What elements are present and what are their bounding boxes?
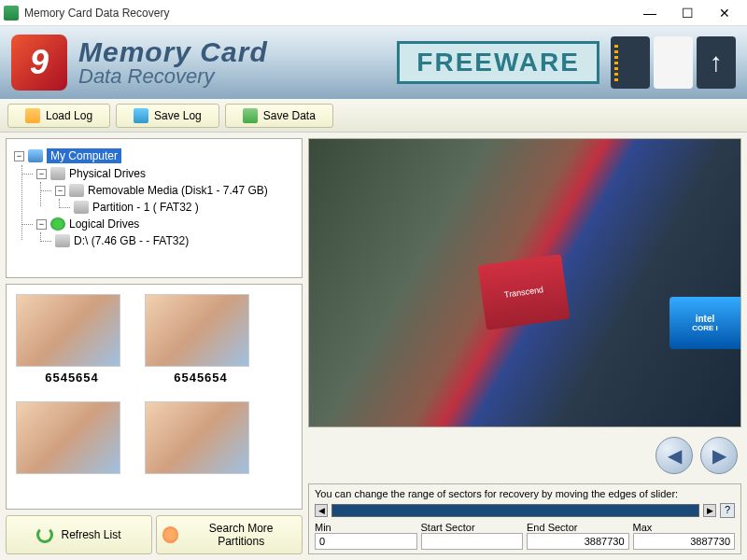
sd-card-graphic: Transcend <box>477 254 570 330</box>
refresh-list-button[interactable]: Refresh List <box>6 515 152 554</box>
max-label: Max <box>633 522 736 533</box>
next-arrow-button[interactable]: ▶ <box>700 437 738 474</box>
titlebar: Memory Card Data Recovery — ☐ ✕ <box>0 0 747 26</box>
end-sector-input[interactable] <box>527 533 629 550</box>
drive-icon <box>69 184 84 197</box>
expander-icon[interactable]: − <box>36 169 47 179</box>
thumbnail-image <box>145 401 249 474</box>
tree-physical-label: Physical Drives <box>69 167 146 180</box>
tree-drive-d-label: D:\ (7.46 GB - - FAT32) <box>74 234 189 247</box>
sector-slider[interactable] <box>331 504 699 517</box>
tree-physical-drives[interactable]: − Physical Drives <box>33 165 294 182</box>
toolbar: Load Log Save Log Save Data <box>0 99 747 133</box>
upload-icon <box>697 36 736 89</box>
refresh-label: Refresh List <box>61 528 120 541</box>
search-label: Search More Partitions <box>186 522 296 548</box>
expander-icon[interactable]: − <box>55 186 65 196</box>
thumbnail-label: 6545654 <box>145 371 257 385</box>
prev-arrow-button[interactable]: ◀ <box>655 437 693 474</box>
logo-icon: 9 <box>11 35 67 91</box>
tree-logical-label: Logical Drives <box>69 217 139 231</box>
thumbnail-image <box>16 294 120 367</box>
tree-root-label: My Computer <box>47 148 121 163</box>
thumbnail-image <box>145 294 249 367</box>
thumbnail-image <box>16 401 120 474</box>
tree-logical-drives[interactable]: − Logical Drives <box>33 216 294 232</box>
tree-root[interactable]: − My Computer <box>14 147 294 165</box>
thumbnail-item[interactable]: 6545654 <box>145 294 257 385</box>
end-label: End Sector <box>527 522 629 533</box>
save-data-button[interactable]: Save Data <box>225 104 333 128</box>
min-sector-input[interactable] <box>315 533 417 550</box>
drive-icon <box>55 234 70 247</box>
search-icon <box>162 526 178 543</box>
intel-sticker: intel CORE i <box>669 297 740 349</box>
slider-left-arrow[interactable]: ◀ <box>315 504 328 517</box>
thumbnails-panel: 6545654 6545654 <box>6 284 303 510</box>
maximize-button[interactable]: ☐ <box>669 0 706 26</box>
computer-icon <box>28 149 43 162</box>
max-sector-input[interactable] <box>633 533 736 550</box>
save-data-icon <box>243 108 258 123</box>
thumbnail-item[interactable]: 6545654 <box>16 294 128 385</box>
expander-icon[interactable]: − <box>36 219 47 230</box>
expander-icon[interactable]: − <box>14 151 24 161</box>
start-label: Start Sector <box>421 522 524 533</box>
main-area: − My Computer − Physical Drives − Remova… <box>0 133 747 560</box>
save-log-label: Save Log <box>154 109 202 122</box>
load-log-icon <box>25 108 40 123</box>
tree-drive-d[interactable]: D:\ (7.46 GB - - FAT32) <box>51 232 294 249</box>
tree-removable-media[interactable]: − Removable Media (Disk1 - 7.47 GB) <box>51 182 294 199</box>
logical-drives-icon <box>50 217 65 231</box>
sd-card-icon <box>611 36 650 89</box>
app-icon <box>4 6 19 21</box>
min-label: Min <box>315 522 417 533</box>
slider-right-arrow[interactable]: ▶ <box>703 504 716 517</box>
window-title: Memory Card Data Recovery <box>24 7 631 20</box>
drive-tree-panel: − My Computer − Physical Drives − Remova… <box>6 138 303 278</box>
refresh-icon <box>36 526 53 543</box>
tree-removable-label: Removable Media (Disk1 - 7.47 GB) <box>88 184 268 197</box>
app-header: 9 Memory Card Data Recovery FREEWARE <box>0 26 747 99</box>
search-partitions-button[interactable]: Search More Partitions <box>156 515 303 554</box>
save-data-label: Save Data <box>263 109 316 122</box>
minimize-button[interactable]: — <box>631 0 669 26</box>
thumbnail-label: 6545654 <box>16 371 128 385</box>
memory-stick-icon <box>654 36 693 89</box>
thumbnail-item[interactable] <box>16 401 128 478</box>
save-log-button[interactable]: Save Log <box>116 104 219 128</box>
preview-image: Transcend intel CORE i <box>308 138 741 427</box>
close-button[interactable]: ✕ <box>706 0 743 26</box>
card-icons <box>611 36 736 89</box>
tree-partition-label: Partition - 1 ( FAT32 ) <box>92 201 199 214</box>
freeware-badge: FREEWARE <box>397 41 599 84</box>
load-log-button[interactable]: Load Log <box>7 104 110 128</box>
partition-icon <box>74 201 89 214</box>
sector-hint-text: You can change the range of sectors for … <box>315 488 735 499</box>
tree-partition[interactable]: Partition - 1 ( FAT32 ) <box>70 199 294 216</box>
help-button[interactable]: ? <box>720 503 735 518</box>
load-log-label: Load Log <box>46 109 92 122</box>
start-sector-input[interactable] <box>421 533 524 550</box>
save-log-icon <box>134 108 148 123</box>
sector-range-panel: You can change the range of sectors for … <box>308 483 741 554</box>
drive-icon <box>50 167 65 180</box>
header-title-line1: Memory Card <box>78 36 397 68</box>
thumbnail-item[interactable] <box>145 401 257 478</box>
